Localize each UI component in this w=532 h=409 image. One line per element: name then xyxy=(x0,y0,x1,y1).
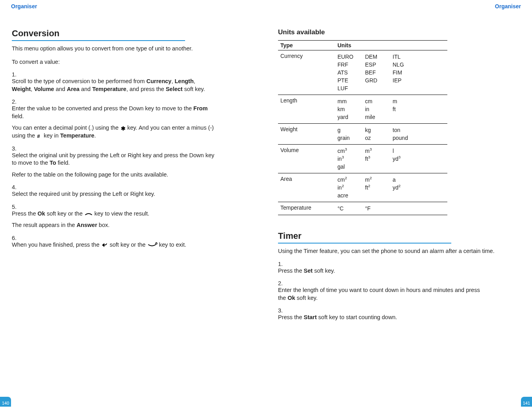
unit-cell: LUF xyxy=(337,84,365,92)
unit-cell: acre xyxy=(337,191,365,199)
unit-cell: grain xyxy=(337,134,365,142)
unit-cell: km xyxy=(337,105,365,113)
conversion-steps: 1. Scroll to the type of conversion to b… xyxy=(12,71,226,249)
step-2: Enter the value to be converted and pres… xyxy=(12,105,216,139)
unit-cell: FRF xyxy=(337,61,365,69)
svg-text:#: # xyxy=(37,133,40,139)
content-right: Units available Type Units Currency EURO… xyxy=(266,13,532,322)
back-arrow-icon xyxy=(101,242,108,248)
lead-text: To convert a value: xyxy=(12,58,226,66)
manual-page-right: Organiser Units available Type Units Cur… xyxy=(266,0,532,409)
unit-cell: m xyxy=(393,97,420,105)
unit-cell: mm xyxy=(337,97,365,105)
intro-text: This menu option allows you to convert f… xyxy=(12,45,226,53)
currency-units: EURODEMITLFRFESPNLGATSBEFFIMPTEGRDIEPLUF xyxy=(337,53,445,92)
unit-cell: °F xyxy=(365,204,393,212)
unit-cell: ft2 xyxy=(365,184,393,191)
units-available-title: Units available xyxy=(278,28,497,36)
header-right: Organiser xyxy=(266,3,532,13)
unit-cell: in3 xyxy=(337,155,365,163)
unit-cell: ton xyxy=(393,126,420,134)
unit-cell: gal xyxy=(337,163,365,171)
unit-cell: ITL xyxy=(393,53,420,61)
unit-cell: l xyxy=(393,147,420,155)
step-number: 4. xyxy=(12,184,20,190)
table-row: Currency EURODEMITLFRFESPNLGATSBEFFIMPTE… xyxy=(278,50,447,95)
th-units: Units xyxy=(335,41,447,50)
step-number: 3. xyxy=(12,145,20,152)
unit-cell: yard xyxy=(337,113,365,121)
call-key-icon xyxy=(84,211,93,217)
unit-cell: FIM xyxy=(393,69,420,76)
unit-cell: ESP xyxy=(365,61,393,69)
star-key-icon: ✱ xyxy=(120,126,126,131)
manual-page-left: Organiser Conversion This menu option al… xyxy=(0,0,266,409)
unit-cell: in xyxy=(365,105,393,113)
temperature-units: °C°F xyxy=(337,204,445,212)
timer-step-3: Press the Start soft key to start counti… xyxy=(278,314,486,322)
step-number: 1. xyxy=(12,71,20,78)
unit-cell: yd3 xyxy=(393,155,420,163)
section-title-conversion: Conversion xyxy=(12,28,185,41)
unit-cell: kg xyxy=(365,126,393,134)
unit-cell: ft3 xyxy=(365,155,393,163)
volume-units: cm3m3lin3ft3yd3gal xyxy=(337,147,445,171)
unit-cell: cm2 xyxy=(337,176,365,184)
step-3: Select the original unit by pressing the… xyxy=(12,152,216,179)
step-1: Scroll to the type of conversion to be p… xyxy=(12,78,216,93)
unit-cell: EURO xyxy=(337,53,365,61)
unit-cell: BEF xyxy=(365,69,393,76)
area-units: cm2m2ain2ft2yd2acre xyxy=(337,176,445,199)
unit-cell: oz xyxy=(365,134,393,142)
unit-cell: m2 xyxy=(365,176,393,184)
step-number: 6. xyxy=(12,235,20,241)
section-title-timer: Timer xyxy=(278,231,451,244)
unit-cell: ATS xyxy=(337,69,365,76)
timer-step-2: Enter the length of time you want to cou… xyxy=(278,286,486,302)
th-type: Type xyxy=(278,41,335,50)
timer-steps: 1. Press the Set soft key. 2. Enter the … xyxy=(278,261,497,322)
unit-cell: GRD xyxy=(365,76,393,84)
length-units: mmcmmkminftyardmile xyxy=(337,97,445,121)
step-6: When you have finished, press the soft k… xyxy=(12,241,216,249)
table-row: Area cm2m2ain2ft2yd2acre xyxy=(278,173,447,202)
unit-cell: yd2 xyxy=(393,184,420,191)
timer-step-1: Press the Set soft key. xyxy=(278,267,486,275)
unit-cell: cm3 xyxy=(337,147,365,155)
unit-cell: mile xyxy=(365,113,393,121)
step-4: Select the required unit by pressing the… xyxy=(12,190,216,198)
timer-intro: Using the Timer feature, you can set the… xyxy=(278,247,497,255)
unit-cell: IEP xyxy=(393,76,420,84)
content-left: Conversion This menu option allows you t… xyxy=(0,13,266,249)
table-row: Volume cm3m3lin3ft3yd3gal xyxy=(278,145,447,173)
svg-text:✱: ✱ xyxy=(121,126,126,131)
unit-cell: ft xyxy=(393,105,420,113)
unit-cell: PTE xyxy=(337,76,365,84)
unit-cell: g xyxy=(337,126,365,134)
header-left: Organiser xyxy=(0,3,266,13)
unit-cell: in2 xyxy=(337,184,365,191)
unit-cell: °C xyxy=(337,204,365,212)
step-number: 2. xyxy=(12,99,20,105)
weight-units: gkgtongrainozpound xyxy=(337,126,445,142)
unit-cell: pound xyxy=(393,134,420,142)
table-row: Length mmcmmkminftyardmile xyxy=(278,95,447,124)
table-row: Temperature °C°F xyxy=(278,202,447,215)
page-number-left: 140 xyxy=(0,397,11,407)
step-5: Press the Ok soft key or the key to view… xyxy=(12,210,216,229)
step-number: 1. xyxy=(278,261,287,267)
step-number: 3. xyxy=(278,307,287,314)
units-table: Type Units Currency EURODEMITLFRFESPNLGA… xyxy=(278,40,447,215)
step-number: 5. xyxy=(12,204,20,210)
unit-cell: m3 xyxy=(365,147,393,155)
unit-cell: DEM xyxy=(365,53,393,61)
unit-cell: cm xyxy=(365,97,393,105)
unit-cell: a xyxy=(393,176,420,184)
unit-cell: NLG xyxy=(393,61,420,69)
end-key-icon xyxy=(147,242,158,248)
table-row: Weight gkgtongrainozpound xyxy=(278,124,447,145)
page-number-right: 141 xyxy=(521,397,532,407)
step-number: 2. xyxy=(278,280,287,286)
hash-key-icon: # xyxy=(37,133,42,139)
